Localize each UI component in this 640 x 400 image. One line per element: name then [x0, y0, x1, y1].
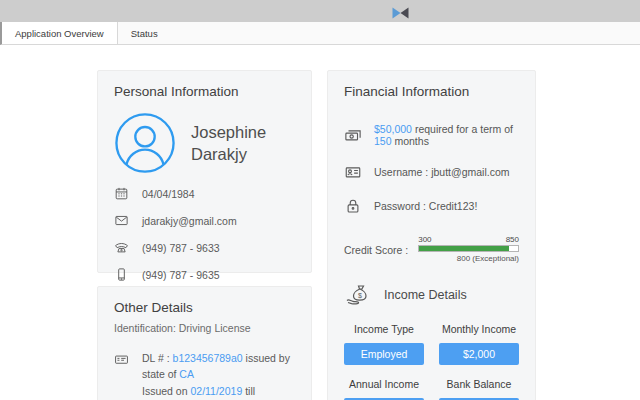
annual-income-label: Annual Income: [344, 378, 424, 390]
credit-score-label: Credit Score :: [344, 244, 408, 256]
svg-text:$: $: [358, 292, 362, 299]
bank-balance-label: Bank Balance: [439, 378, 519, 390]
loan-suffix: months: [392, 135, 429, 147]
dl-issued-label: Issued on: [142, 385, 190, 397]
other-details-card: Other Details Identification: Driving Li…: [97, 286, 312, 400]
money-bag-hand-icon: $: [344, 281, 371, 308]
credit-score-bar: [418, 245, 519, 252]
monthly-income-field: Monthly Income $2,000: [439, 323, 519, 365]
loan-row: $50,000 required for a term of 150 month…: [344, 123, 519, 147]
credit-score-max: 850: [506, 235, 519, 244]
id-card-icon: [114, 352, 129, 367]
phone-icon: [114, 240, 129, 255]
credit-score-fill: [419, 246, 509, 251]
annual-income-field: Annual Income $24,000: [344, 378, 424, 400]
phone-value: (949) 787 - 9633: [142, 242, 220, 254]
username-row: Username : jbutt@gmail.com: [344, 163, 519, 181]
mobile-row: (949) 787 - 9635: [114, 267, 295, 282]
dl-prefix: DL # :: [142, 352, 173, 364]
driving-license-row: DL # : b123456789a0 issued by state of C…: [114, 350, 295, 400]
password-value: Password : Credit123!: [374, 200, 477, 212]
applicant-name: Josephine Darakjy: [191, 121, 283, 166]
tab-bar: Application Overview Status: [0, 22, 640, 45]
income-type-value-button[interactable]: Employed: [344, 343, 424, 365]
browser-top-bar: [0, 0, 640, 22]
dl-state: CA: [179, 368, 194, 380]
mail-icon: [114, 213, 129, 228]
monthly-income-value-button[interactable]: $2,000: [439, 343, 519, 365]
email-value: jdarakjy@gmail.com: [142, 215, 237, 227]
phone-row: (949) 787 - 9633: [114, 240, 295, 255]
dob-row: 04/04/1984: [114, 186, 295, 201]
financial-information-card: Financial Information $50,000 required f…: [327, 70, 536, 400]
loan-mid: required for a term of: [412, 123, 513, 135]
income-grid: Income Type Employed Monthly Income $2,0…: [344, 323, 519, 400]
income-type-label: Income Type: [344, 323, 424, 335]
cash-icon: [344, 126, 362, 144]
other-details-title: Other Details: [114, 300, 295, 315]
dl-number: b123456789a0: [173, 352, 243, 364]
personal-information-card: Personal Information Josephine Darakjy 0…: [97, 70, 312, 273]
financial-information-title: Financial Information: [344, 84, 519, 99]
credit-score-block: Credit Score : 300 850 800 (Exceptional): [344, 235, 519, 263]
loan-amount: $50,000: [374, 123, 412, 135]
calendar-icon: [114, 186, 129, 201]
credit-score-value: 800 (Exceptional): [418, 254, 519, 263]
identification-type: Identification: Driving License: [114, 322, 295, 334]
income-details-title: Income Details: [384, 288, 467, 302]
lock-icon: [344, 197, 362, 215]
dl-till-label: till: [242, 385, 255, 397]
loan-term: 150: [374, 135, 392, 147]
mobile-value: (949) 787 - 9635: [142, 269, 220, 281]
username-value: Username : jbutt@gmail.com: [374, 166, 510, 178]
personal-information-title: Personal Information: [114, 84, 295, 99]
email-row: jdarakjy@gmail.com: [114, 213, 295, 228]
dob-value: 04/04/1984: [142, 188, 195, 200]
monthly-income-label: Monthly Income: [439, 323, 519, 335]
credit-score-min: 300: [418, 235, 431, 244]
password-row: Password : Credit123!: [344, 197, 519, 215]
income-type-field: Income Type Employed: [344, 323, 424, 365]
dl-issued-date: 02/11/2019: [190, 385, 242, 397]
avatar: [114, 112, 176, 174]
bank-balance-field: Bank Balance $150,000: [439, 378, 519, 400]
id-badge-icon: [344, 163, 362, 181]
app-logo-icon: [392, 5, 409, 17]
tab-status[interactable]: Status: [118, 22, 171, 44]
tab-application-overview[interactable]: Application Overview: [2, 22, 118, 44]
mobile-icon: [114, 267, 129, 282]
